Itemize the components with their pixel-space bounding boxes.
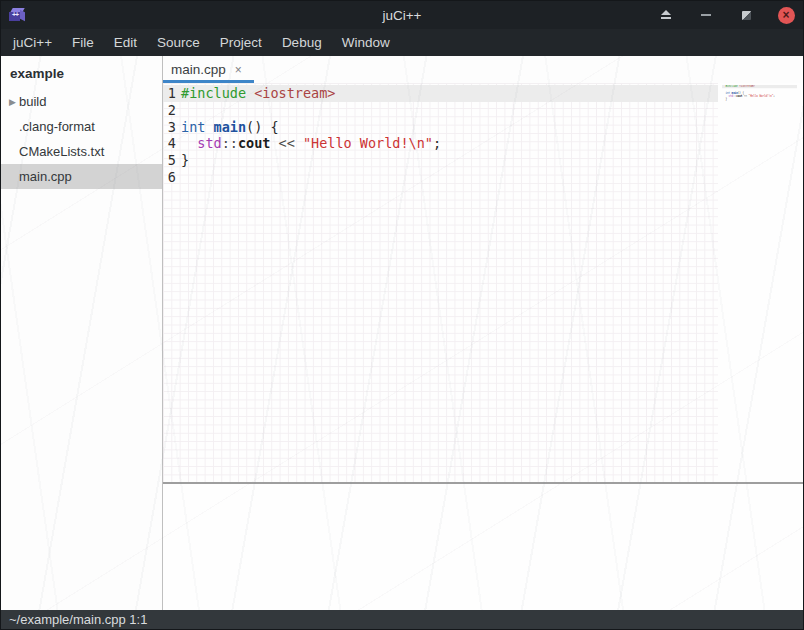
token-namespace: std: [197, 135, 221, 151]
close-button[interactable]: ×: [777, 6, 795, 24]
token-plain: [246, 85, 254, 101]
line-number: 1: [163, 85, 176, 101]
menu-item-debug[interactable]: Debug: [272, 31, 332, 54]
token-string: "Hello World!\n": [303, 135, 433, 151]
token-plain: }: [725, 98, 727, 101]
token-preprocessor: #include: [725, 85, 737, 88]
minimap-content: #include <iostream>int main() { std::cou…: [722, 85, 797, 104]
code-line-6[interactable]: 6: [163, 168, 718, 185]
code-line-6: [722, 101, 797, 104]
token-include-path: <iostream>: [739, 85, 754, 88]
menu-item-edit[interactable]: Edit: [104, 31, 147, 54]
statusbar: ~/example/main.cpp 1:1: [1, 610, 803, 629]
line-number: 2: [163, 102, 176, 118]
tab-bar: main.cpp×: [163, 56, 803, 83]
shade-icon: [660, 10, 672, 20]
token-include-path: <iostream>: [254, 85, 335, 101]
project-root-label: example: [1, 60, 162, 89]
minimize-button[interactable]: [697, 6, 715, 24]
source-editor[interactable]: 1#include <iostream>23int main() {4 std:…: [163, 83, 803, 482]
token-plain: ;: [773, 95, 775, 98]
code-text: }: [725, 98, 727, 101]
code-line-4[interactable]: 4 std::cout << "Hello World!\n";: [163, 135, 718, 152]
line-number: 4: [163, 135, 176, 151]
tree-item-label: .clang-format: [18, 119, 95, 134]
token-plain: () {: [246, 119, 279, 135]
expander-icon[interactable]: ▶: [1, 97, 18, 107]
menubar: juCi++FileEditSourceProjectDebugWindow: [1, 29, 803, 56]
titlebar[interactable]: ++ juCi++ ×: [1, 1, 803, 29]
code-line-2[interactable]: 2: [163, 102, 718, 119]
tab-close-icon[interactable]: ×: [235, 64, 242, 76]
code-text: }: [181, 152, 189, 168]
code-text: #include <iostream>: [725, 85, 754, 88]
minimap[interactable]: #include <iostream>int main() { std::cou…: [722, 85, 797, 180]
menu-item-source[interactable]: Source: [147, 31, 210, 54]
file-tree: ▶build.clang-formatCMakeLists.txtmain.cp…: [1, 89, 162, 189]
token-punct: ::: [222, 135, 238, 151]
line-number: 3: [163, 119, 176, 135]
code-line-5[interactable]: 5}: [163, 152, 718, 169]
close-icon: ×: [778, 7, 795, 24]
token-punct: <<: [270, 135, 303, 151]
tree-item-label: build: [18, 94, 46, 109]
tree-item-main-cpp[interactable]: main.cpp: [1, 164, 162, 189]
menu-item-file[interactable]: File: [62, 31, 104, 54]
minimize-icon: [701, 14, 711, 16]
tree-item--clang-format[interactable]: .clang-format: [1, 114, 162, 139]
token-identifier-bold: cout: [238, 135, 271, 151]
tree-item-build[interactable]: ▶build: [1, 89, 162, 114]
tab-label: main.cpp: [171, 62, 226, 77]
shade-button[interactable]: [657, 6, 675, 24]
maximize-icon: [742, 11, 751, 20]
tree-item-cmakelists-txt[interactable]: CMakeLists.txt: [1, 139, 162, 164]
tree-item-label: CMakeLists.txt: [18, 144, 104, 159]
line-number: 5: [163, 152, 176, 168]
output-pane[interactable]: [163, 484, 803, 610]
token-type: int: [181, 119, 205, 135]
code-line-1[interactable]: 1#include <iostream>: [163, 85, 718, 102]
code-text: #include <iostream>: [181, 85, 335, 101]
token-plain: ;: [433, 135, 441, 151]
code-text: std::cout << "Hello World!\n";: [725, 95, 774, 98]
token-plain: [181, 135, 197, 151]
code-lines[interactable]: 1#include <iostream>23int main() {4 std:…: [163, 85, 718, 185]
editor-pane: main.cpp× 1#include <iostream>23int main…: [163, 56, 803, 610]
app-window: ++ juCi++ × juCi++FileEditSourceProjectD…: [0, 0, 804, 630]
code-text: std::cout << "Hello World!\n";: [181, 135, 441, 151]
tab-main-cpp[interactable]: main.cpp×: [163, 56, 254, 83]
content-area: example ▶build.clang-formatCMakeLists.tx…: [1, 56, 803, 610]
window-controls: ×: [657, 6, 795, 24]
token-preprocessor: #include: [181, 85, 246, 101]
token-string: "Hello World!\n": [749, 95, 774, 98]
statusbar-path-position: ~/example/main.cpp 1:1: [9, 612, 147, 627]
code-text: int main() {: [181, 119, 279, 135]
file-tree-sidebar: example ▶build.clang-formatCMakeLists.tx…: [1, 56, 163, 610]
menu-item-project[interactable]: Project: [210, 31, 272, 54]
menu-item-juci[interactable]: juCi++: [3, 31, 62, 54]
tree-item-label: main.cpp: [18, 169, 72, 184]
maximize-button[interactable]: [737, 6, 755, 24]
menu-item-window[interactable]: Window: [332, 31, 400, 54]
token-plain: }: [181, 152, 189, 168]
token-function: main: [214, 119, 247, 135]
line-number: 6: [163, 169, 176, 185]
token-plain: [205, 119, 213, 135]
code-line-3[interactable]: 3int main() {: [163, 118, 718, 135]
